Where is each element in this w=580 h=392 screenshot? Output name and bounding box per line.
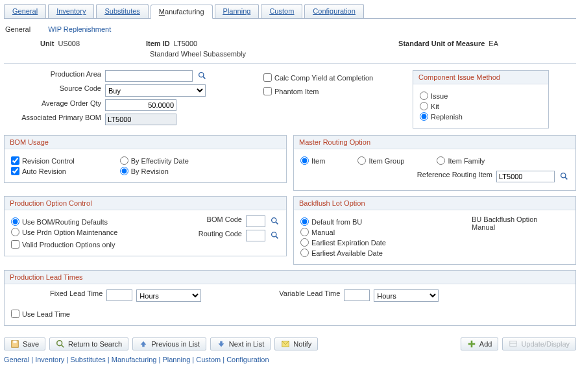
variable-lead-label: Variable Lead Time <box>279 289 340 297</box>
prod-area-input[interactable] <box>105 70 193 82</box>
source-code-label: Source Code <box>4 84 101 92</box>
mro-item-radio[interactable] <box>300 156 309 165</box>
button-bar: Save Return to Search Previous in List N… <box>4 337 576 350</box>
search-icon <box>56 339 65 349</box>
svg-point-4 <box>271 217 276 222</box>
stduom-label: Standard Unit of Measure <box>398 40 485 47</box>
tab-substitutes[interactable]: Substitutes <box>96 4 148 18</box>
prod-opt-box: Production Option Control Use BOM/Routin… <box>4 196 287 256</box>
fixed-lead-input[interactable] <box>106 289 132 301</box>
footlink-substitutes[interactable]: Substitutes <box>70 356 105 363</box>
tab-general[interactable]: General <box>4 4 46 18</box>
bom-code-input[interactable] <box>246 215 265 227</box>
tab-bar: General Inventory Substitutes Manufactur… <box>4 4 576 19</box>
prod-opt-title: Production Option Control <box>5 197 286 210</box>
bom-code-label: BOM Code <box>207 215 242 223</box>
svg-line-1 <box>203 77 205 79</box>
tab-inventory[interactable]: Inventory <box>48 4 94 18</box>
add-button[interactable]: Add <box>461 337 499 350</box>
footer-links: General | Inventory | Substitutes | Manu… <box>4 356 576 363</box>
sublink-wip[interactable]: WIP Replenishment <box>48 25 111 33</box>
tab-planning[interactable]: Planning <box>215 4 260 18</box>
bu-opt-value: Manual <box>472 223 569 231</box>
component-issue-title: Component Issue Method <box>413 71 548 84</box>
unit-label: Unit <box>40 40 54 47</box>
valid-only-checkbox[interactable] <box>11 240 19 249</box>
source-code-select[interactable]: Buy <box>105 84 206 97</box>
item-id-label: Item ID <box>146 40 170 47</box>
unit-value: US008 <box>58 40 80 47</box>
auto-rev-checkbox[interactable] <box>11 167 19 175</box>
footlink-inventory[interactable]: Inventory <box>35 356 64 363</box>
issue-radio[interactable] <box>420 92 428 100</box>
footlink-planning[interactable]: Planning <box>162 356 190 363</box>
component-issue-box: Component Issue Method Issue Kit Repleni… <box>413 70 549 129</box>
phantom-checkbox[interactable] <box>263 87 272 95</box>
use-prdn-radio[interactable] <box>11 228 19 236</box>
lookup-icon[interactable] <box>269 215 280 226</box>
notify-icon <box>281 339 290 349</box>
svg-point-10 <box>57 341 62 346</box>
lookup-icon[interactable] <box>197 70 207 80</box>
by-eff-radio[interactable] <box>120 156 128 165</box>
bf-avail-radio[interactable] <box>300 249 309 257</box>
prev-button[interactable]: Previous in List <box>132 337 206 350</box>
master-routing-title: Master Routing Option <box>294 136 575 149</box>
footlink-manufacturing[interactable]: Manufacturing <box>112 356 157 363</box>
lookup-icon[interactable] <box>269 230 280 240</box>
footlink-custom[interactable]: Custom <box>196 356 221 363</box>
notify-button[interactable]: Notify <box>274 337 318 350</box>
tab-custom[interactable]: Custom <box>261 4 302 18</box>
fixed-lead-unit[interactable]: Hours <box>136 289 201 302</box>
routing-code-label: Routing Code <box>199 230 242 238</box>
next-button[interactable]: Next in List <box>210 337 271 350</box>
routing-code-input[interactable] <box>246 230 265 241</box>
bf-exp-radio[interactable] <box>300 238 309 247</box>
lead-times-box: Production Lead Times Fixed Lead Time Ho… <box>4 270 576 326</box>
lookup-icon[interactable] <box>559 171 569 181</box>
return-button[interactable]: Return to Search <box>49 337 128 350</box>
kit-radio[interactable] <box>420 102 428 110</box>
update-display-button[interactable]: Update/Display <box>502 337 576 350</box>
mro-itemfamily-radio[interactable] <box>437 156 445 165</box>
replenish-radio[interactable] <box>420 112 428 121</box>
bf-manual-radio[interactable] <box>300 228 309 236</box>
save-icon <box>10 339 19 349</box>
ref-routing-label: Reference Routing Item <box>417 171 492 178</box>
item-id-value: LT5000 <box>174 40 198 47</box>
ref-routing-input[interactable] <box>496 171 555 182</box>
variable-lead-input[interactable] <box>344 289 370 301</box>
lead-times-title: Production Lead Times <box>5 271 575 284</box>
prod-area-label: Production Area <box>4 70 101 78</box>
arrow-down-icon <box>217 339 226 349</box>
variable-lead-unit[interactable]: Hours <box>374 289 439 302</box>
assoc-bom-label: Associated Primary BOM <box>4 114 101 121</box>
footlink-general[interactable]: General <box>4 356 29 363</box>
svg-line-11 <box>62 345 64 348</box>
tab-manufacturing[interactable]: Manufacturing <box>151 5 213 19</box>
by-rev-radio[interactable] <box>120 167 128 175</box>
bom-usage-title: BOM Usage <box>5 136 286 149</box>
calc-comp-checkbox[interactable] <box>263 73 272 82</box>
save-button[interactable]: Save <box>4 337 45 350</box>
use-bom-radio[interactable] <box>11 217 19 226</box>
svg-point-6 <box>271 232 276 236</box>
svg-rect-9 <box>13 341 16 343</box>
calc-comp-label: Calc Comp Yield at Completion <box>274 74 373 82</box>
stduom-value: EA <box>489 40 498 47</box>
item-desc: Standard Wheel Subassembly <box>150 50 576 58</box>
tab-configuration[interactable]: Configuration <box>304 4 363 18</box>
phantom-label: Phantom Item <box>274 88 319 95</box>
rev-ctrl-checkbox[interactable] <box>11 156 19 165</box>
separator <box>4 63 576 64</box>
master-routing-box: Master Routing Option Item Item Group It… <box>293 135 576 191</box>
svg-line-5 <box>276 222 278 224</box>
arrow-up-icon <box>139 339 148 349</box>
avg-qty-input[interactable] <box>105 99 176 111</box>
bf-default-radio[interactable] <box>300 217 309 226</box>
mro-itemgroup-radio[interactable] <box>357 156 366 165</box>
footlink-configuration[interactable]: Configuration <box>226 356 269 363</box>
sublink-general[interactable]: General <box>5 25 30 33</box>
use-lead-checkbox[interactable] <box>11 310 19 318</box>
fixed-lead-label: Fixed Lead Time <box>50 289 103 297</box>
